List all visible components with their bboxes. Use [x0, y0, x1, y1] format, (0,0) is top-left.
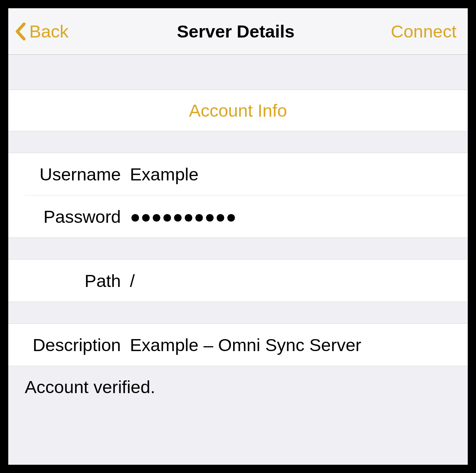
connect-button-label: Connect — [391, 21, 456, 41]
path-row[interactable]: Path — [8, 260, 468, 302]
page-title: Server Details — [109, 21, 363, 42]
screen: Back Server Details Connect Account Info… — [8, 8, 468, 465]
path-label: Path — [25, 270, 130, 291]
username-label: Username — [25, 164, 130, 185]
password-input[interactable]: ●●●●●●●●●● — [130, 206, 468, 227]
path-group: Path — [8, 260, 468, 302]
path-input[interactable] — [130, 270, 468, 291]
section-spacer — [8, 131, 468, 153]
description-group: Description — [8, 324, 468, 366]
back-button[interactable]: Back — [15, 21, 109, 42]
credentials-group: Username Password ●●●●●●●●●● — [8, 153, 468, 238]
status-footer: Account verified. — [8, 366, 468, 408]
device-frame: Back Server Details Connect Account Info… — [0, 0, 476, 473]
password-label: Password — [25, 206, 130, 227]
description-row[interactable]: Description — [8, 324, 468, 366]
navigation-bar: Back Server Details Connect — [8, 8, 468, 55]
section-spacer — [8, 55, 468, 90]
section-spacer — [8, 238, 468, 260]
chevron-left-icon — [15, 23, 26, 41]
description-input[interactable] — [130, 335, 468, 355]
description-label: Description — [25, 335, 130, 355]
account-info-button[interactable]: Account Info — [8, 90, 468, 131]
username-row[interactable]: Username — [8, 153, 468, 195]
username-input[interactable] — [130, 164, 468, 185]
connect-button[interactable]: Connect — [363, 21, 456, 42]
back-button-label: Back — [29, 21, 69, 42]
section-spacer — [8, 302, 468, 324]
account-info-label: Account Info — [189, 100, 287, 121]
password-row[interactable]: Password ●●●●●●●●●● — [8, 195, 468, 237]
